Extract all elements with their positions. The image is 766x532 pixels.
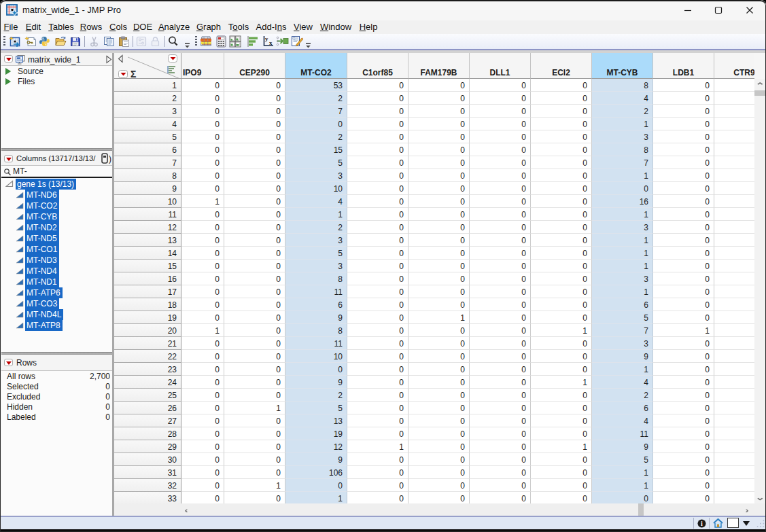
svg-text:y: y xyxy=(265,35,268,42)
svg-text:Σ: Σ xyxy=(130,69,136,79)
svg-text:i: i xyxy=(701,520,703,527)
svg-text:x: x xyxy=(269,39,273,46)
